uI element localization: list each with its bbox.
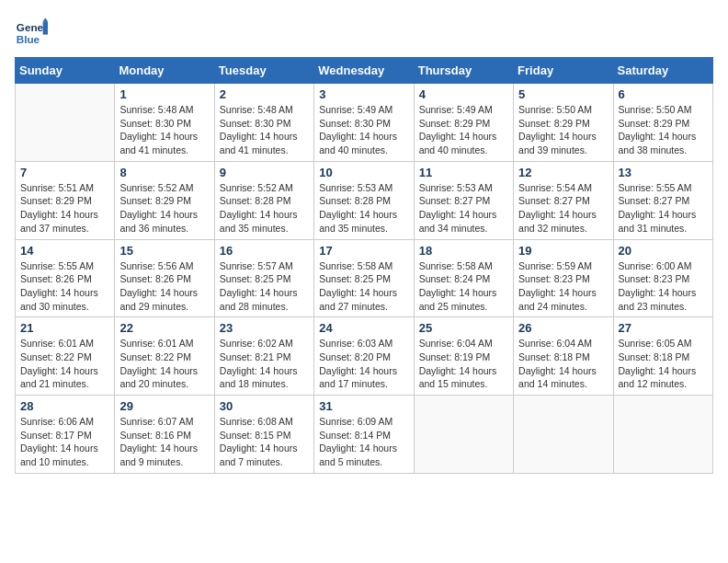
cell-details: Sunrise: 6:07 AMSunset: 8:16 PMDaylight:…: [119, 415, 209, 469]
calendar-table: SundayMondayTuesdayWednesdayThursdayFrid…: [15, 57, 713, 474]
calendar-cell: 29Sunrise: 6:07 AMSunset: 8:16 PMDayligh…: [115, 396, 214, 474]
weekday-header-row: SundayMondayTuesdayWednesdayThursdayFrid…: [16, 58, 713, 84]
day-number: 27: [619, 321, 708, 335]
calendar-cell: 5Sunrise: 5:50 AMSunset: 8:29 PMDaylight…: [514, 84, 613, 162]
calendar-cell: 7Sunrise: 5:51 AMSunset: 8:29 PMDaylight…: [16, 161, 115, 239]
weekday-header-wednesday: Wednesday: [314, 58, 414, 84]
calendar-cell: 6Sunrise: 5:50 AMSunset: 8:29 PMDaylight…: [613, 84, 712, 162]
cell-details: Sunrise: 6:02 AMSunset: 8:21 PMDaylight:…: [220, 337, 309, 391]
calendar-cell: 20Sunrise: 6:00 AMSunset: 8:23 PMDayligh…: [613, 239, 712, 317]
cell-details: Sunrise: 5:49 AMSunset: 8:30 PMDaylight:…: [319, 103, 408, 157]
day-number: 29: [119, 399, 209, 413]
cell-details: Sunrise: 6:03 AMSunset: 8:20 PMDaylight:…: [319, 337, 408, 391]
calendar-cell: 21Sunrise: 6:01 AMSunset: 8:22 PMDayligh…: [16, 317, 115, 396]
calendar-cell: 15Sunrise: 5:56 AMSunset: 8:26 PMDayligh…: [115, 239, 214, 317]
cell-details: Sunrise: 6:04 AMSunset: 8:18 PMDaylight:…: [518, 337, 608, 391]
calendar-cell: 26Sunrise: 6:04 AMSunset: 8:18 PMDayligh…: [514, 317, 613, 396]
cell-details: Sunrise: 5:53 AMSunset: 8:28 PMDaylight:…: [319, 181, 408, 236]
day-number: 6: [619, 87, 708, 101]
day-number: 9: [220, 166, 309, 179]
cell-details: Sunrise: 5:55 AMSunset: 8:27 PMDaylight:…: [619, 181, 708, 236]
week-row-3: 14Sunrise: 5:55 AMSunset: 8:26 PMDayligh…: [16, 239, 713, 317]
day-number: 3: [319, 87, 408, 101]
weekday-header-friday: Friday: [514, 58, 613, 84]
cell-details: Sunrise: 5:48 AMSunset: 8:30 PMDaylight:…: [220, 103, 309, 157]
day-number: 31: [319, 399, 408, 413]
calendar-cell: 11Sunrise: 5:53 AMSunset: 8:27 PMDayligh…: [414, 161, 513, 239]
calendar-cell: 25Sunrise: 6:04 AMSunset: 8:19 PMDayligh…: [414, 317, 513, 396]
calendar-cell: 14Sunrise: 5:55 AMSunset: 8:26 PMDayligh…: [16, 239, 115, 317]
day-number: 18: [419, 244, 508, 258]
weekday-header-thursday: Thursday: [414, 58, 513, 84]
day-number: 19: [518, 244, 608, 258]
cell-details: Sunrise: 6:08 AMSunset: 8:15 PMDaylight:…: [220, 415, 309, 469]
day-number: 8: [119, 166, 209, 179]
day-number: 10: [319, 166, 408, 179]
calendar-cell: 31Sunrise: 6:09 AMSunset: 8:14 PMDayligh…: [314, 396, 414, 474]
cell-details: Sunrise: 5:57 AMSunset: 8:25 PMDaylight:…: [220, 259, 309, 314]
calendar-cell: 28Sunrise: 6:06 AMSunset: 8:17 PMDayligh…: [16, 396, 115, 474]
day-number: 24: [319, 321, 408, 335]
calendar-cell: 8Sunrise: 5:52 AMSunset: 8:29 PMDaylight…: [115, 161, 214, 239]
weekday-header-monday: Monday: [115, 58, 214, 84]
day-number: 22: [119, 321, 209, 335]
header: General Blue: [15, 15, 713, 48]
cell-details: Sunrise: 5:50 AMSunset: 8:29 PMDaylight:…: [518, 103, 608, 157]
cell-details: Sunrise: 6:09 AMSunset: 8:14 PMDaylight:…: [319, 415, 408, 469]
cell-details: Sunrise: 6:01 AMSunset: 8:22 PMDaylight:…: [20, 337, 109, 391]
calendar-cell: 4Sunrise: 5:49 AMSunset: 8:29 PMDaylight…: [414, 84, 513, 162]
week-row-2: 7Sunrise: 5:51 AMSunset: 8:29 PMDaylight…: [16, 161, 713, 239]
calendar-cell: 16Sunrise: 5:57 AMSunset: 8:25 PMDayligh…: [214, 239, 313, 317]
calendar-cell: 1Sunrise: 5:48 AMSunset: 8:30 PMDaylight…: [115, 84, 214, 162]
day-number: 14: [20, 244, 109, 258]
cell-details: Sunrise: 5:49 AMSunset: 8:29 PMDaylight:…: [419, 103, 508, 157]
weekday-header-sunday: Sunday: [16, 58, 115, 84]
day-number: 1: [119, 87, 209, 101]
day-number: 26: [518, 321, 608, 335]
calendar-cell: 2Sunrise: 5:48 AMSunset: 8:30 PMDaylight…: [214, 84, 313, 162]
day-number: 2: [220, 87, 309, 101]
day-number: 12: [518, 166, 608, 179]
week-row-5: 28Sunrise: 6:06 AMSunset: 8:17 PMDayligh…: [16, 396, 713, 474]
day-number: 17: [319, 244, 408, 258]
week-row-4: 21Sunrise: 6:01 AMSunset: 8:22 PMDayligh…: [16, 317, 713, 396]
day-number: 30: [220, 399, 309, 413]
day-number: 21: [20, 321, 109, 335]
calendar-cell: 24Sunrise: 6:03 AMSunset: 8:20 PMDayligh…: [314, 317, 414, 396]
cell-details: Sunrise: 5:56 AMSunset: 8:26 PMDaylight:…: [119, 259, 209, 314]
cell-details: Sunrise: 5:54 AMSunset: 8:27 PMDaylight:…: [518, 181, 608, 236]
calendar-cell: 13Sunrise: 5:55 AMSunset: 8:27 PMDayligh…: [613, 161, 712, 239]
svg-marker-2: [43, 18, 48, 22]
calendar-cell: [16, 84, 115, 162]
day-number: 7: [20, 166, 109, 179]
calendar-cell: 22Sunrise: 6:01 AMSunset: 8:22 PMDayligh…: [115, 317, 214, 396]
calendar-cell: 23Sunrise: 6:02 AMSunset: 8:21 PMDayligh…: [214, 317, 313, 396]
weekday-header-saturday: Saturday: [613, 58, 712, 84]
day-number: 4: [419, 87, 508, 101]
calendar-cell: 27Sunrise: 6:05 AMSunset: 8:18 PMDayligh…: [613, 317, 712, 396]
cell-details: Sunrise: 6:04 AMSunset: 8:19 PMDaylight:…: [419, 337, 508, 391]
calendar-cell: [613, 396, 712, 474]
day-number: 23: [220, 321, 309, 335]
day-number: 15: [119, 244, 209, 258]
cell-details: Sunrise: 5:55 AMSunset: 8:26 PMDaylight:…: [20, 259, 109, 314]
cell-details: Sunrise: 5:52 AMSunset: 8:29 PMDaylight:…: [119, 181, 209, 236]
day-number: 11: [419, 166, 508, 179]
calendar-cell: [414, 396, 513, 474]
cell-details: Sunrise: 5:52 AMSunset: 8:28 PMDaylight:…: [220, 181, 309, 236]
calendar-cell: 9Sunrise: 5:52 AMSunset: 8:28 PMDaylight…: [214, 161, 313, 239]
calendar-cell: [514, 396, 613, 474]
cell-details: Sunrise: 6:01 AMSunset: 8:22 PMDaylight:…: [119, 337, 209, 391]
logo: General Blue: [15, 15, 51, 48]
cell-details: Sunrise: 5:59 AMSunset: 8:23 PMDaylight:…: [518, 259, 608, 314]
cell-details: Sunrise: 5:53 AMSunset: 8:27 PMDaylight:…: [419, 181, 508, 236]
day-number: 5: [518, 87, 608, 101]
calendar-cell: 10Sunrise: 5:53 AMSunset: 8:28 PMDayligh…: [314, 161, 414, 239]
calendar-cell: 17Sunrise: 5:58 AMSunset: 8:25 PMDayligh…: [314, 239, 414, 317]
cell-details: Sunrise: 5:48 AMSunset: 8:30 PMDaylight:…: [119, 103, 209, 157]
week-row-1: 1Sunrise: 5:48 AMSunset: 8:30 PMDaylight…: [16, 84, 713, 162]
day-number: 25: [419, 321, 508, 335]
cell-details: Sunrise: 5:50 AMSunset: 8:29 PMDaylight:…: [619, 103, 708, 157]
cell-details: Sunrise: 5:51 AMSunset: 8:29 PMDaylight:…: [20, 181, 109, 236]
calendar-cell: 12Sunrise: 5:54 AMSunset: 8:27 PMDayligh…: [514, 161, 613, 239]
